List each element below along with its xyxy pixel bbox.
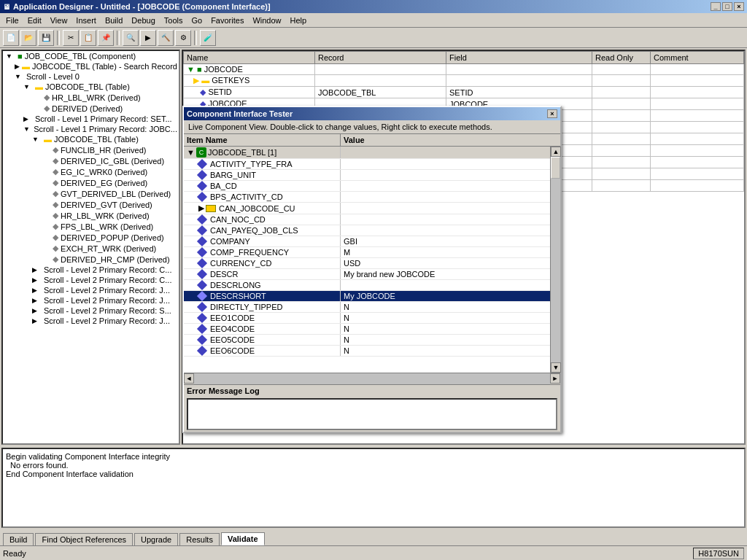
expand-icon: [41, 168, 53, 176]
modal-item-name: EEO4CODE: [210, 324, 255, 333]
tree-item[interactable]: ◆ HR_LBL_WRK (Derived): [3, 210, 179, 221]
menu-window[interactable]: Window: [248, 15, 285, 26]
menu-debug[interactable]: Debug: [127, 15, 159, 26]
modal-row[interactable]: CAN_PAYEQ_JOB_CLS: [184, 225, 550, 236]
tree-item[interactable]: ▶ Scroll - Level 2 Primary Record: S...: [3, 306, 179, 316]
modal-row[interactable]: DESCR My brand new JOBCODE: [184, 269, 550, 280]
menu-go[interactable]: Go: [187, 15, 206, 26]
tree-item[interactable]: ◆ FUNCLIB_HR (Derived): [3, 144, 179, 155]
tab-find-object-references[interactable]: Find Object References: [35, 533, 133, 545]
scroll-left-btn[interactable]: ◄: [184, 373, 194, 384]
tree-item[interactable]: ▼ ■ JOB_CODE_TBL (Component): [3, 51, 179, 61]
tree-item[interactable]: ▶ Scroll - Level 2 Primary Record: J...: [3, 285, 179, 295]
tree-item[interactable]: ◆ HR_LBL_WRK (Derived): [3, 92, 179, 103]
menu-file[interactable]: File: [1, 15, 23, 26]
menu-tools[interactable]: Tools: [160, 15, 187, 26]
modal-row[interactable]: COMPANY GBI: [184, 236, 550, 247]
menu-help[interactable]: Help: [286, 15, 311, 26]
table-icon: ▬: [22, 62, 30, 71]
tree-item[interactable]: ▼ ▬ JOBCODE_TBL (Table): [3, 82, 179, 92]
table-row[interactable]: ▼ ■ JOBCODE: [184, 64, 744, 75]
toolbar-copy[interactable]: 📋: [80, 30, 96, 46]
modal-item-value: [341, 192, 550, 202]
modal-row[interactable]: COMP_FREQUENCY M: [184, 247, 550, 258]
tree-item[interactable]: ◆ FPS_LBL_WRK (Derived): [3, 221, 179, 232]
derived-icon: ◆: [53, 200, 58, 209]
tree-item[interactable]: ▼ ▬ JOBCODE_TBL (Table): [3, 134, 179, 144]
modal-item-name: COMPANY: [210, 237, 250, 246]
toolbar-paste[interactable]: 📌: [98, 30, 114, 46]
modal-row-highlighted[interactable]: DESCRSHORT My JOBCODE: [184, 291, 550, 302]
modal-row[interactable]: EEO4CODE N: [184, 324, 550, 335]
tree-item[interactable]: ▶ Scroll - Level 2 Primary Record: J...: [3, 316, 179, 326]
modal-row[interactable]: ACTIVITY_TYPE_FRA: [184, 159, 550, 170]
scroll-down-btn[interactable]: ▼: [551, 362, 561, 373]
modal-row[interactable]: BA_CD: [184, 181, 550, 192]
modal-row[interactable]: BARG_UNIT: [184, 170, 550, 181]
derived-icon: ◆: [53, 244, 58, 253]
tab-build[interactable]: Build: [3, 533, 34, 545]
modal-item-value: [341, 159, 550, 169]
modal-row[interactable]: ▼ C JOBCODE_TBL [1]: [184, 147, 550, 159]
tree-item[interactable]: ◆ GVT_DERIVED_LBL (Derived): [3, 188, 179, 199]
toolbar-options[interactable]: ⚙: [175, 30, 191, 46]
table-row[interactable]: ▶ ▬ GETKEYS: [184, 75, 744, 87]
scroll-thumb[interactable]: [551, 157, 560, 179]
menu-build[interactable]: Build: [101, 15, 127, 26]
tree-item[interactable]: ◆ DERIVED_POPUP (Derived): [3, 232, 179, 243]
tree-item[interactable]: ▼ Scroll - Level 1 Primary Record: JOBC.…: [3, 124, 179, 134]
scroll-right-btn[interactable]: ►: [550, 373, 560, 384]
modal-row[interactable]: CURRENCY_CD USD: [184, 258, 550, 269]
modal-row[interactable]: EEO6CODE N: [184, 346, 550, 357]
tree-item[interactable]: ▶ ▬ JOBCODE_TBL (Table) - Search Record: [3, 61, 179, 71]
col-readonly: Read Only: [592, 52, 651, 64]
toolbar-open[interactable]: 📂: [20, 30, 36, 46]
modal-vscrollbar[interactable]: ▲ ▼: [550, 147, 560, 373]
tree-label: DERIVED (Derived): [52, 104, 123, 113]
toolbar-save[interactable]: 💾: [38, 30, 54, 46]
toolbar-new[interactable]: 📄: [3, 30, 19, 46]
tree-item[interactable]: ◆ EXCH_RT_WRK (Derived): [3, 243, 179, 254]
tree-item[interactable]: ▶ Scroll - Level 2 Primary Record: J...: [3, 295, 179, 306]
toolbar-build[interactable]: 🔨: [158, 30, 174, 46]
tab-upgrade[interactable]: Upgrade: [134, 533, 178, 545]
modal-item-value: USD: [341, 258, 550, 268]
modal-row[interactable]: DESCRLONG: [184, 280, 550, 291]
menu-view[interactable]: View: [46, 15, 72, 26]
modal-row[interactable]: CAN_NOC_CD: [184, 214, 550, 225]
menu-favorites[interactable]: Favorites: [206, 15, 248, 26]
tree-item[interactable]: ◆ DERIVED_IC_GBL (Derived): [3, 155, 179, 166]
tree-item[interactable]: ◆ EG_IC_WRK0 (Derived): [3, 166, 179, 177]
modal-item-name: CURRENCY_CD: [210, 259, 271, 268]
menu-insert[interactable]: Insert: [71, 15, 101, 26]
modal-row[interactable]: ▶ CAN_JOBCODE_CU: [184, 203, 550, 214]
minimize-btn[interactable]: _: [711, 2, 721, 11]
tree-item[interactable]: ◆ DERIVED_GVT (Derived): [3, 199, 179, 210]
tree-item[interactable]: ▶ Scroll - Level 2 Primary Record: C...: [3, 265, 179, 275]
modal-row[interactable]: BPS_ACTIVITY_CD: [184, 192, 550, 203]
diamond-icon: [197, 335, 207, 345]
tree-item[interactable]: ◆ DERIVED (Derived): [3, 103, 179, 114]
tab-results[interactable]: Results: [179, 533, 220, 545]
modal-row[interactable]: EEO1CODE N: [184, 313, 550, 324]
tree-item[interactable]: ▶ Scroll - Level 1 Primary Record: SET..…: [3, 114, 179, 124]
tree-item[interactable]: ◆ DERIVED_EG (Derived): [3, 177, 179, 188]
expand-icon: [32, 105, 44, 112]
close-btn[interactable]: ×: [734, 2, 744, 11]
tree-item[interactable]: ▶ Scroll - Level 2 Primary Record: C...: [3, 275, 179, 285]
tab-validate[interactable]: Validate: [221, 532, 265, 545]
tree-item[interactable]: ▼ Scroll - Level 0: [3, 71, 179, 82]
modal-row[interactable]: DIRECTLY_TIPPED N: [184, 302, 550, 313]
menu-edit[interactable]: Edit: [23, 15, 46, 26]
toolbar-cut[interactable]: ✂: [63, 30, 79, 46]
toolbar-find[interactable]: 🔍: [123, 30, 139, 46]
maximize-btn[interactable]: □: [722, 2, 732, 11]
table-row[interactable]: ◆ SETID JOBCODE_TBLSETID: [184, 87, 744, 98]
toolbar-run[interactable]: ▶: [140, 30, 156, 46]
modal-item-name: DESCRLONG: [210, 281, 261, 289]
tree-item[interactable]: ◆ DERIVED_HR_CMP (Derived): [3, 254, 179, 265]
scroll-up-btn[interactable]: ▲: [551, 147, 561, 157]
toolbar-test[interactable]: 🧪: [200, 30, 216, 46]
modal-close-button[interactable]: ×: [547, 109, 557, 118]
modal-row[interactable]: EEO5CODE N: [184, 335, 550, 346]
